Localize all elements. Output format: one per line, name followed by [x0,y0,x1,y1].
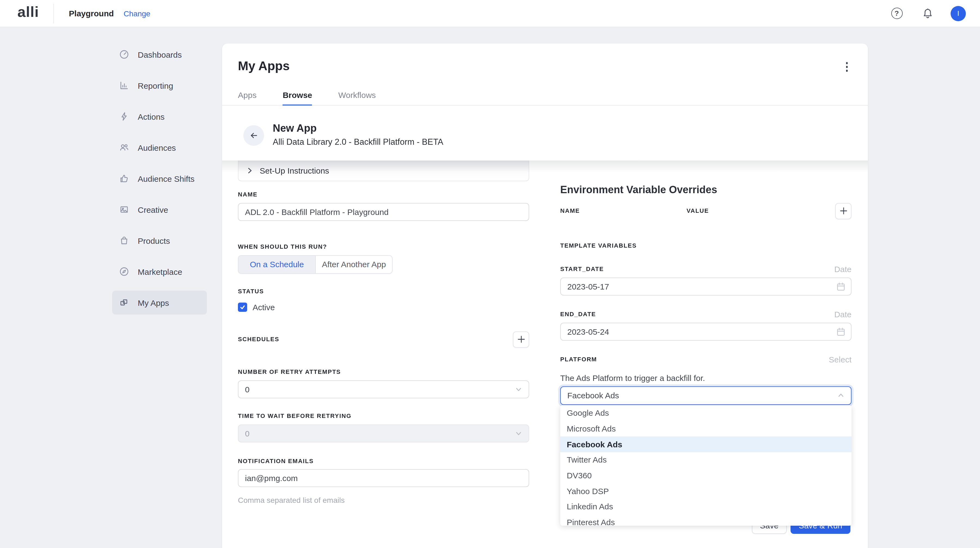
add-schedule-button[interactable] [513,331,529,348]
toggle-on-a-schedule[interactable]: On a Schedule [239,256,315,273]
option-linkedin-ads[interactable]: Linkedin Ads [560,499,851,514]
sidebar: Dashboards Reporting Actions Audiences A… [0,27,222,548]
sidebar-item-label: Dashboards [138,50,182,59]
avatar[interactable]: I [951,6,966,21]
apps-icon [119,297,130,308]
active-checkbox[interactable] [238,302,247,311]
bag-icon [119,235,130,246]
sidebar-item-label: Actions [138,112,164,121]
run-toggle-group: On a Schedule After Another App [238,255,393,273]
new-app-subtitle: Alli Data Library 2.0 - Backfill Platfor… [273,137,444,147]
compass-icon [119,266,130,277]
option-twitter-ads[interactable]: Twitter Ads [560,452,851,467]
name-label: NAME [238,191,529,198]
emails-input[interactable] [238,469,529,487]
notifications-button[interactable] [921,7,934,20]
start-date-type: Date [834,264,851,273]
emails-hint: Comma separated list of emails [238,496,529,504]
retry-value: 0 [245,384,250,394]
plus-icon [517,335,525,343]
app-window: alli Playground Change ? I Dashboards Re… [0,0,980,548]
sidebar-item-reporting[interactable]: Reporting [112,73,207,97]
option-pinterest-ads[interactable]: Pinterest Ads [560,515,851,526]
chevron-right-icon [246,167,253,174]
tabs: Apps Browse Workflows [222,90,868,105]
tab-apps[interactable]: Apps [238,90,256,105]
sidebar-item-products[interactable]: Products [112,229,207,253]
new-app-header: New App Alli Data Library 2.0 - Backfill… [222,105,868,160]
form-content: Set-Up Instructions NAME WHEN SHOULD THI… [222,160,868,548]
sidebar-item-marketplace[interactable]: Marketplace [112,260,207,284]
calendar-icon[interactable] [836,281,846,291]
schedules-label: SCHEDULES [238,336,279,343]
tab-browse[interactable]: Browse [283,90,312,105]
run-label: WHEN SHOULD THIS RUN? [238,243,529,250]
setup-instructions-accordion[interactable]: Set-Up Instructions [238,160,529,181]
env-value-column: VALUE [687,207,709,214]
schedules-row: SCHEDULES [238,331,529,348]
sidebar-item-audiences[interactable]: Audiences [112,135,207,159]
env-columns-row: NAME VALUE [560,203,851,219]
sidebar-item-creative[interactable]: Creative [112,197,207,221]
wait-label: TIME TO WAIT BEFORE RETRYING [238,412,529,419]
sidebar-item-label: Reporting [138,81,173,90]
lightning-icon [119,111,130,122]
end-date-type: Date [834,310,851,319]
add-env-variable-button[interactable] [835,203,851,219]
end-date-field [560,322,851,340]
thumbs-up-icon [119,173,130,184]
sidebar-item-label: Marketplace [138,267,182,276]
toggle-after-another-app[interactable]: After Another App [315,256,392,273]
help-button[interactable]: ? [890,7,903,20]
platform-description: The Ads Platform to trigger a backfill f… [560,373,851,383]
option-facebook-ads[interactable]: Facebook Ads [560,437,851,452]
sidebar-item-label: My Apps [138,298,169,307]
sidebar-item-label: Audience Shifts [138,174,194,183]
platform-label: PLATFORM [560,356,597,363]
topbar-divider [53,3,54,23]
sidebar-item-my-apps[interactable]: My Apps [112,291,207,315]
arrow-left-icon [249,130,259,140]
help-icon: ? [891,8,902,19]
option-dv360[interactable]: DV360 [560,468,851,483]
change-workspace-link[interactable]: Change [124,9,150,18]
active-checkbox-row: Active [238,302,529,311]
alli-logo: alli [18,5,39,22]
page-title: My Apps [238,59,290,73]
option-yahoo-dsp[interactable]: Yahoo DSP [560,483,851,499]
sidebar-item-actions[interactable]: Actions [112,105,207,129]
my-apps-card: My Apps Apps Browse Workflows New App Al… [222,43,868,548]
image-icon [119,204,130,215]
kebab-menu-button[interactable] [843,59,850,75]
platform-select[interactable]: Facebook Ads [560,386,851,405]
active-label: Active [253,302,275,311]
option-microsoft-ads[interactable]: Microsoft Ads [560,421,851,436]
retry-select[interactable]: 0 [238,380,529,398]
calendar-icon[interactable] [836,326,846,337]
sidebar-item-label: Creative [138,205,168,214]
plus-icon [839,207,848,215]
top-bar: alli Playground Change ? I [0,0,980,27]
chevron-down-icon [515,430,522,437]
start-date-row: START_DATE Date [560,264,851,273]
env-name-column: NAME [560,207,580,214]
sidebar-item-audience-shifts[interactable]: Audience Shifts [112,167,207,191]
workspace-name: Playground [69,9,114,18]
bell-icon [922,7,934,19]
retry-label: NUMBER OF RETRY ATTEMPTS [238,368,529,375]
wait-select: 0 [238,424,529,442]
option-google-ads[interactable]: Google Ads [560,405,851,421]
emails-label: NOTIFICATION EMAILS [238,457,529,464]
name-input[interactable] [238,203,529,221]
end-date-input[interactable] [560,322,851,340]
back-button[interactable] [243,125,264,146]
bar-chart-icon [119,80,130,91]
start-date-label: START_DATE [560,265,604,272]
setup-instructions-label: Set-Up Instructions [260,166,329,175]
sidebar-item-dashboards[interactable]: Dashboards [112,43,207,67]
platform-value: Facebook Ads [567,391,619,400]
chevron-up-icon [837,392,845,399]
new-app-title: New App [273,122,444,134]
tab-workflows[interactable]: Workflows [338,90,376,105]
start-date-input[interactable] [560,277,851,295]
